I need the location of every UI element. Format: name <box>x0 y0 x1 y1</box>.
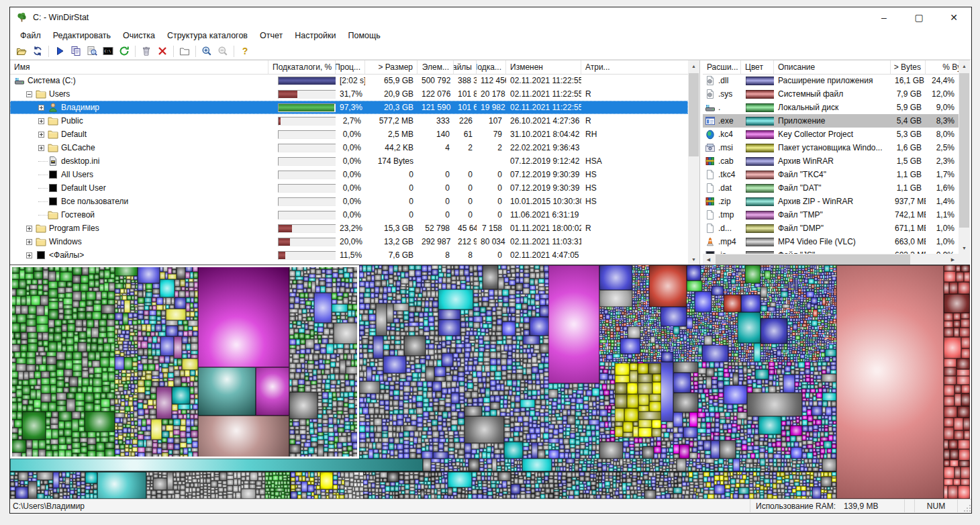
collapse-minus-icon[interactable] <box>26 91 32 97</box>
directory-row[interactable]: Program Files23,2%15,3 GB52 79845 6407 1… <box>10 222 688 235</box>
ram-usage-segment: Использование RAM: 139,9 MB <box>750 499 904 512</box>
extension-percent: 1,7% <box>926 170 959 179</box>
menu-item-4[interactable]: Структура каталогов <box>161 30 254 42</box>
zoom-in-button[interactable] <box>199 44 215 58</box>
directory-row[interactable]: Владимир97,3%20,3 GB121 590101 60819 982… <box>10 101 688 114</box>
directory-row[interactable]: GLCache0,0%44,2 KB42222.02.2021 9:36:43 <box>10 141 688 154</box>
extension-row[interactable]: .exeПриложение5,4 GB8,3% <box>703 114 959 128</box>
expand-plus-icon[interactable] <box>38 118 44 124</box>
scroll-down-arrow[interactable]: ▼ <box>688 254 699 265</box>
directory-row[interactable]: <Файлы>11,5%7,6 GB88002.11.2021 4:47:05 <box>10 248 688 262</box>
menu-item-6[interactable]: Настройки <box>289 30 342 42</box>
extension-row[interactable]: .sysСистемный файл7,9 GB12,0% <box>703 87 959 101</box>
properties-button[interactable] <box>177 44 193 58</box>
help-button[interactable]: ? <box>237 44 253 58</box>
resume-button[interactable] <box>52 44 68 58</box>
window-title: C: - WinDirStat <box>33 13 89 22</box>
expand-plus-icon[interactable] <box>38 145 44 151</box>
extension-row[interactable]: .dllРасширение приложения16,1 GB24,4% <box>703 74 959 87</box>
open-in-explorer-button[interactable] <box>84 44 100 58</box>
recycle-button[interactable] <box>138 44 154 58</box>
command-prompt-button[interactable]: C:\ <box>100 44 116 58</box>
scroll-thumb[interactable] <box>959 73 969 228</box>
maximize-button[interactable]: ▢ <box>901 7 936 28</box>
expand-plus-icon[interactable] <box>38 105 44 111</box>
extension-bytes: 742,1 MB <box>891 210 926 220</box>
help-icon: ? <box>240 46 250 56</box>
directory-row[interactable]: All Users0,0%000007.12.2019 9:30:39HS <box>10 168 688 181</box>
extension-row[interactable]: S.jsФайл "JS"603,3 MB0,9% <box>703 248 959 254</box>
directory-row[interactable]: desktop.ini0,0%174 Bytes07.12.2019 9:12:… <box>10 154 688 168</box>
directory-row[interactable]: Гостевой0,0%000011.06.2021 6:31:19 <box>10 208 688 222</box>
scroll-up-arrow[interactable]: ▲ <box>688 60 699 72</box>
drive-icon <box>705 102 716 113</box>
scroll-right-arrow[interactable]: ▶ <box>947 254 959 265</box>
directory-column-header-1[interactable]: Имя <box>10 60 268 74</box>
copy-path-button[interactable] <box>68 44 84 58</box>
extension-vertical-scrollbar[interactable]: ▲ ▼ <box>959 60 970 254</box>
scroll-up-arrow[interactable]: ▲ <box>959 60 970 72</box>
directory-row[interactable]: Users31,7%20,9 GB122 076101 89820 17802.… <box>10 87 688 101</box>
directory-name: Users <box>49 89 70 99</box>
expand-plus-icon[interactable] <box>26 226 32 232</box>
extension-row[interactable]: .Локальный диск5,9 GB9,0% <box>703 101 959 114</box>
extension-column-header-1[interactable]: Расши... <box>703 60 741 74</box>
extension-row[interactable]: .datФайл "DAT"1,1 GB1,6% <box>703 181 959 195</box>
msi-icon <box>705 142 716 153</box>
directory-row[interactable]: Default0,0%2,5 MB140617931.10.2021 8:04:… <box>10 128 688 141</box>
extension-column-header-3[interactable]: Описание <box>774 60 891 74</box>
folder-icon <box>48 129 58 140</box>
extension-row[interactable]: .cabАрхив WinRAR1,5 GB2,3% <box>703 154 959 168</box>
subdirs-value: 19 982 <box>477 103 506 112</box>
extension-row[interactable]: .tkc4Файл "TKC4"1,1 GB1,7% <box>703 168 959 181</box>
menu-item-1[interactable]: Файл <box>14 30 47 42</box>
directory-row[interactable]: Default User0,0%000007.12.2019 9:30:39HS <box>10 181 688 195</box>
extension-row[interactable]: .d...Файл "DMP"671,1 MB1,0% <box>703 222 959 235</box>
directory-column-header-3[interactable]: Проц... <box>336 60 365 74</box>
expand-plus-icon[interactable] <box>26 252 32 258</box>
subdirs-value: 20 178 <box>477 89 506 99</box>
extension-row[interactable]: .zipАрхив ZIP - WinRAR937,7 MB1,4% <box>703 195 959 208</box>
expand-plus-icon[interactable] <box>38 132 44 138</box>
scroll-thumb[interactable] <box>689 73 699 156</box>
extension-row[interactable]: .kc4Key Collector Project5,3 GB8,0% <box>703 128 959 141</box>
directory-vertical-scrollbar[interactable]: ▲ ▼ <box>688 60 699 265</box>
directory-row[interactable]: Public2,7%577,2 MB33322610726.10.2021 4:… <box>10 114 688 128</box>
treemap-canvas[interactable] <box>10 265 970 499</box>
directory-column-header-9[interactable]: Атри... <box>581 60 699 74</box>
extension-column-header-2[interactable]: Цвет <box>741 60 774 74</box>
extension-description: Файл "TKC4" <box>774 170 891 179</box>
open-button[interactable] <box>13 44 30 58</box>
extension-column-header-4[interactable]: > Bytes <box>891 60 926 74</box>
extension-horizontal-scrollbar[interactable]: ◀ ▶ <box>703 254 959 265</box>
close-button[interactable]: ✕ <box>936 7 971 28</box>
extension-row[interactable]: .mp4MP4 Video File (VLC)663,0 MB1,0% <box>703 235 959 248</box>
menu-item-7[interactable]: Помощь <box>342 30 387 42</box>
directory-name: <Файлы> <box>49 250 84 260</box>
directory-column-header-4[interactable]: > Размер <box>365 60 418 74</box>
directory-column-header-2[interactable]: Подкаталоги, % <box>268 60 336 74</box>
directory-column-header-8[interactable]: Изменен <box>506 60 581 74</box>
extension-row[interactable]: .tmpФайл "TMP"742,1 MB1,1% <box>703 208 959 222</box>
directory-row[interactable]: Система (C:)[2:02 s]65,9 GB500 792388 33… <box>10 74 688 87</box>
scroll-thumb[interactable] <box>716 254 910 265</box>
delete-button[interactable] <box>154 44 170 58</box>
directory-row[interactable]: Windows20,0%13,2 GB292 987212 95380 0340… <box>10 235 688 248</box>
folder-icon <box>48 209 58 220</box>
menu-item-5[interactable]: Отчет <box>254 30 289 42</box>
menu-item-2[interactable]: Редактировать <box>47 30 117 42</box>
directory-column-header-5[interactable]: Элем... <box>418 60 454 74</box>
expand-plus-icon[interactable] <box>26 239 32 245</box>
menu-item-3[interactable]: Очистка <box>117 30 161 42</box>
directory-column-header-7[interactable]: Подка... <box>477 60 506 74</box>
directory-row[interactable]: Все пользователи0,0%000010.01.2015 10:30… <box>10 195 688 208</box>
extension-row[interactable]: .msiПакет установщика Windo...1,6 GB2,5% <box>703 141 959 154</box>
refresh-all-button[interactable] <box>30 44 46 58</box>
refresh-selected-button[interactable] <box>116 44 132 58</box>
directory-column-header-6[interactable]: Файлы <box>454 60 477 74</box>
resize-grip[interactable] <box>957 499 971 512</box>
minimize-button[interactable]: – <box>867 7 901 28</box>
scroll-down-arrow[interactable]: ▼ <box>959 242 970 254</box>
scroll-left-arrow[interactable]: ◀ <box>703 254 714 265</box>
modified-value: 26.10.2021 4:27:36 <box>506 116 581 126</box>
